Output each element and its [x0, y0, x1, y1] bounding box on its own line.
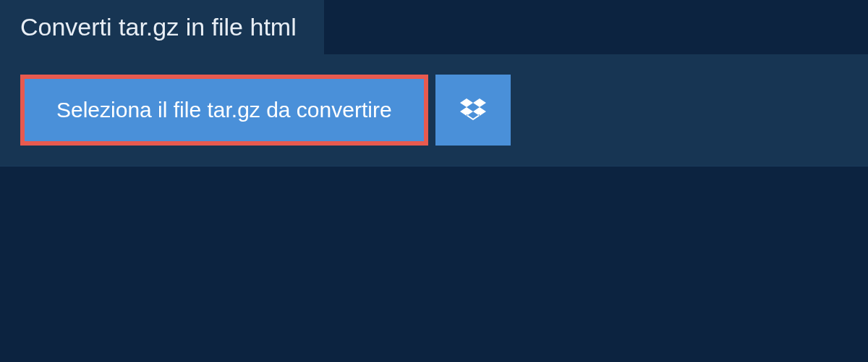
- page-title-tab: Converti tar.gz in file html: [0, 0, 324, 54]
- select-file-label: Seleziona il file tar.gz da convertire: [56, 98, 392, 122]
- lower-background: [0, 166, 868, 311]
- upload-button-row: Seleziona il file tar.gz da convertire: [20, 75, 848, 146]
- select-file-button[interactable]: Seleziona il file tar.gz da convertire: [20, 75, 428, 146]
- dropbox-button[interactable]: [435, 75, 511, 146]
- page-title: Converti tar.gz in file html: [20, 13, 297, 41]
- upload-section: Seleziona il file tar.gz da convertire: [0, 54, 868, 166]
- dropbox-icon: [460, 96, 486, 125]
